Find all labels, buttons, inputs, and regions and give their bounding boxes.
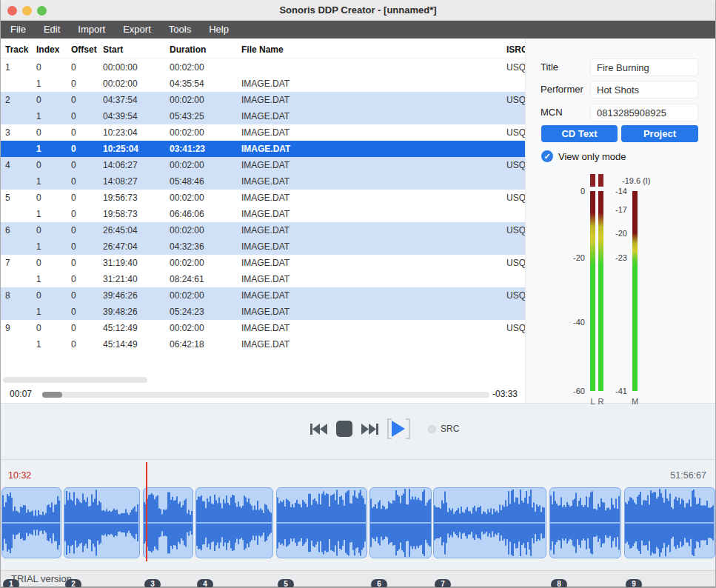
title-field[interactable] — [590, 59, 698, 76]
menu-import[interactable]: Import — [69, 21, 114, 39]
table-row[interactable]: 10000:00:0000:02:00USQ — [1, 59, 525, 76]
cell-index: 0 — [36, 323, 71, 333]
column-duration[interactable]: Duration — [170, 44, 241, 55]
column-start[interactable]: Start — [103, 44, 170, 55]
table-row[interactable]: 80039:46:2600:02:00IMAGE.DATUSQ — [1, 287, 525, 304]
waveform-segment[interactable] — [1, 487, 61, 558]
total-duration-label: 51:56:67 — [670, 470, 706, 481]
table-row[interactable]: 1000:02:0004:35:54IMAGE.DAT — [1, 76, 525, 92]
column-index[interactable]: Index — [36, 44, 71, 55]
menu-export[interactable]: Export — [114, 21, 160, 39]
zoom-button[interactable] — [37, 6, 47, 16]
column-track[interactable]: Track — [5, 44, 36, 55]
level-meter-left — [590, 191, 595, 391]
table-row[interactable]: 20004:37:5400:02:00IMAGE.DATUSQ — [1, 92, 525, 108]
column-file-name[interactable]: File Name — [241, 44, 506, 55]
transport-bar: SRC — [1, 404, 715, 459]
table-row[interactable]: 1039:48:2605:24:23IMAGE.DAT — [1, 304, 525, 320]
track-number-badge[interactable]: 6 — [371, 579, 387, 588]
cell-start: 14:06:27 — [103, 160, 170, 170]
menubar: File Edit Import Export Tools Help — [1, 21, 715, 39]
elapsed-time: 00:07 — [10, 389, 32, 399]
m-scale-20: -20 — [605, 229, 627, 238]
cell-duration: 04:32:36 — [170, 241, 241, 252]
table-row[interactable]: 90045:12:4900:02:00IMAGE.DATUSQ — [1, 320, 525, 336]
track-number-badge[interactable]: 2 — [65, 579, 81, 588]
play-icon — [392, 421, 406, 437]
play-button[interactable] — [387, 418, 410, 439]
table-row[interactable]: 60026:45:0400:02:00IMAGE.DATUSQ — [1, 222, 525, 238]
cell-isrc: USQ — [506, 258, 525, 268]
cell-duration: 04:35:54 — [170, 78, 241, 89]
stop-button[interactable] — [336, 421, 352, 437]
track-number-badge[interactable]: 5 — [278, 579, 294, 588]
lr-scale-60: -60 — [563, 387, 585, 395]
view-only-checkbox[interactable]: ✓ — [541, 150, 553, 162]
cell-duration: 00:02:00 — [170, 95, 241, 105]
track-number-badge[interactable]: 1 — [3, 579, 19, 588]
waveform-segment[interactable] — [433, 487, 546, 558]
cell-index: 1 — [36, 274, 71, 284]
waveform-segment[interactable] — [549, 487, 621, 558]
table-row[interactable]: 1019:58:7306:46:06IMAGE.DAT — [1, 206, 525, 222]
close-button[interactable] — [7, 6, 17, 16]
track-number-badge[interactable]: 9 — [626, 579, 642, 588]
table-row[interactable]: 50019:56:7300:02:00IMAGE.DATUSQ — [1, 190, 525, 206]
cell-offset: 0 — [71, 144, 103, 154]
cell-file: IMAGE.DAT — [241, 176, 506, 187]
skip-back-button[interactable] — [310, 423, 327, 435]
waveform-graph — [64, 488, 139, 558]
column-isrc[interactable]: ISRC — [506, 44, 525, 55]
waveform-graph — [196, 488, 272, 558]
waveform-graph — [434, 488, 546, 558]
status-text: TRIAL version — [11, 571, 72, 587]
waveform-segment[interactable] — [276, 487, 367, 558]
track-number-badge[interactable]: 4 — [197, 579, 213, 588]
horizontal-scrollbar[interactable] — [3, 377, 147, 383]
track-number-badge[interactable]: 8 — [551, 579, 567, 588]
waveform-segment[interactable] — [624, 487, 715, 558]
playback-slider-thumb[interactable] — [42, 392, 62, 398]
skip-forward-button[interactable] — [361, 423, 378, 435]
column-offset[interactable]: Offset — [71, 44, 103, 55]
project-button[interactable]: Project — [621, 125, 698, 142]
menu-tools[interactable]: Tools — [160, 21, 200, 39]
waveform-segment[interactable] — [143, 487, 193, 558]
cell-index: 1 — [36, 111, 71, 121]
cell-offset: 0 — [71, 193, 103, 203]
playback-slider[interactable] — [42, 392, 489, 398]
src-indicator-icon[interactable] — [428, 425, 436, 433]
focus-bracket-right-icon — [406, 418, 410, 439]
cell-file: IMAGE.DAT — [241, 193, 506, 203]
playhead-cursor[interactable] — [146, 462, 147, 561]
track-number-badge[interactable]: 7 — [435, 579, 451, 588]
cell-duration: 00:02:00 — [170, 225, 241, 235]
table-row[interactable]: 40014:06:2700:02:00IMAGE.DATUSQ — [1, 157, 525, 173]
mcn-field[interactable] — [590, 104, 698, 121]
menu-edit[interactable]: Edit — [35, 21, 69, 39]
view-only-mode-row: ✓ View only mode — [541, 150, 626, 162]
table-row[interactable]: 1014:08:2705:48:46IMAGE.DAT — [1, 173, 525, 190]
table-row[interactable]: 1031:21:4008:24:61IMAGE.DAT — [1, 271, 525, 287]
playhead-position-label: 10:32 — [8, 470, 31, 481]
menu-help[interactable]: Help — [200, 21, 238, 39]
menu-file[interactable]: File — [1, 21, 35, 39]
clip-indicator-left — [590, 174, 595, 187]
traffic-lights — [7, 6, 47, 16]
cell-index: 1 — [36, 339, 71, 350]
table-row[interactable]: 1004:39:5405:43:25IMAGE.DAT — [1, 108, 525, 124]
table-row[interactable]: 1045:14:4906:42:18IMAGE.DAT — [1, 336, 525, 353]
table-row[interactable]: 1026:47:0404:32:36IMAGE.DAT — [1, 238, 525, 255]
waveform-segment[interactable] — [195, 487, 273, 558]
performer-field[interactable] — [590, 81, 698, 98]
cell-file: IMAGE.DAT — [241, 160, 506, 170]
table-row[interactable]: 70031:19:4000:02:00IMAGE.DATUSQ — [1, 255, 525, 271]
waveform-segment[interactable] — [64, 487, 140, 558]
cd-text-button[interactable]: CD Text — [541, 125, 618, 142]
loudness-meter-m — [632, 191, 638, 391]
waveform-segment[interactable] — [369, 487, 432, 558]
minimize-button[interactable] — [22, 6, 32, 16]
track-number-badge[interactable]: 3 — [144, 579, 161, 588]
table-row[interactable]: 30010:23:0400:02:00IMAGE.DATUSQ — [1, 124, 525, 141]
table-row[interactable]: 1010:25:0403:41:23IMAGE.DAT — [1, 141, 525, 157]
